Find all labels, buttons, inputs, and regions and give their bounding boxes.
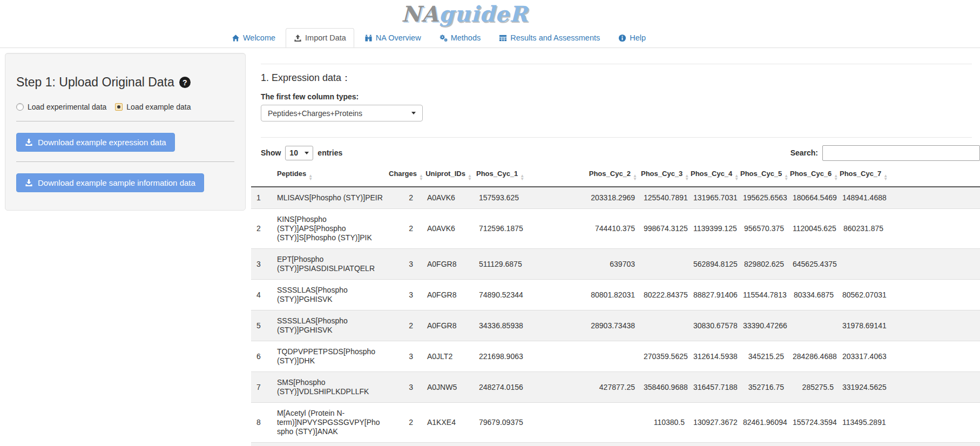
- tab-results-item: Results and Assessments: [491, 28, 608, 48]
- column-header-phos_cyc_6[interactable]: Phos_Cyc_6▲▼: [788, 164, 838, 187]
- value-cell: 358460.9688: [639, 372, 689, 403]
- value-cell: 312614.5938: [689, 341, 739, 372]
- table-row[interactable]: 1MLISAVS[Phospho (STY)]PEIR2A0AVK6157593…: [251, 187, 980, 209]
- column-header-label: Phos_Cyc_6: [790, 170, 832, 178]
- nav-tabbar: Welcome Import Data NA Overview: [0, 28, 980, 48]
- column-header-phos_cyc_5[interactable]: Phos_Cyc_5▲▼: [739, 164, 788, 187]
- column-header-phos_cyc_7[interactable]: Phos_Cyc_7▲▼: [838, 164, 888, 187]
- value-cell: 221698.9063: [475, 341, 522, 372]
- download-icon: [25, 179, 33, 187]
- download-sample-info-button[interactable]: Download example sample information data: [16, 173, 204, 192]
- tab-import-data[interactable]: Import Data: [286, 28, 354, 48]
- value-cell: 113495.2891: [838, 403, 888, 443]
- value-cell: 80222.84375: [639, 280, 689, 310]
- show-label: Show: [261, 148, 281, 157]
- sort-icon: ▲▼: [419, 174, 423, 181]
- value-cell: 157593.625: [475, 187, 522, 209]
- search-area: Search:: [790, 145, 980, 161]
- charge-cell: 3: [387, 249, 423, 280]
- value-cell: 860231.875: [838, 209, 888, 249]
- value-cell: 998674.3125: [639, 209, 689, 249]
- radio-icon-checked: [115, 103, 123, 111]
- table-body: 1MLISAVS[Phospho (STY)]PEIR2A0AVK6157593…: [251, 187, 980, 446]
- value-cell: 956570.375: [739, 209, 788, 249]
- charge-cell: 2: [387, 403, 423, 443]
- divider: [261, 137, 972, 138]
- gears-icon: [440, 34, 448, 42]
- naguider-app: NAguideR Welcome Import Data NA Overview: [0, 0, 980, 446]
- column-header-charges[interactable]: Charges▲▼: [387, 164, 423, 187]
- value-cell: 562894.8125: [689, 249, 739, 280]
- tab-help[interactable]: Help: [610, 28, 654, 48]
- filler-cell: [888, 341, 980, 372]
- uniprot-cell: A0AVK6: [423, 209, 475, 249]
- table-row[interactable]: 8M[Acetyl (Protein N-term)]NPVYSPGSSGVPY…: [251, 403, 980, 443]
- value-cell: 28903.73438: [522, 310, 639, 341]
- value-cell: 1139399.125: [689, 209, 739, 249]
- table-row[interactable]: 2KINS[Phospho (STY)]APS[Phospho (STY)]S[…: [251, 209, 980, 249]
- uniprot-cell: A0AVK6: [423, 187, 475, 209]
- page-length-select[interactable]: 10: [285, 146, 313, 160]
- value-cell: 645625.4375: [788, 249, 838, 280]
- value-cell: 195625.6563: [739, 187, 788, 209]
- sort-icon: ▲▼: [520, 174, 524, 181]
- column-header-label: Phos_Cyc_1: [476, 170, 518, 178]
- tab-import-data-item: Import Data: [286, 28, 354, 48]
- table-row[interactable]: 5SSSSLLAS[Phospho (STY)]PGHISVK2A0FGR834…: [251, 310, 980, 341]
- table-row[interactable]: 3EPT[Phospho (STY)]PSIASDISLPIATQELR3A0F…: [251, 249, 980, 280]
- column-header-label: Phos_Cyc_5: [740, 170, 782, 178]
- radio-load-experimental-data[interactable]: Load experimental data: [16, 103, 106, 111]
- tab-welcome[interactable]: Welcome: [224, 28, 283, 48]
- value-cell: 427877.25: [522, 372, 639, 403]
- column-header-phos_cyc_4[interactable]: Phos_Cyc_4▲▼: [689, 164, 739, 187]
- table-row[interactable]: 7SMS[Phospho (STY)]VDLSHIPLKDPLLFK3A0JNW…: [251, 372, 980, 403]
- filler-cell: [888, 372, 980, 403]
- value-cell: 345215.25: [739, 341, 788, 372]
- tab-methods[interactable]: Methods: [431, 28, 489, 48]
- column-header-phos_cyc_2[interactable]: Phos_Cyc_2▲▼: [522, 164, 639, 187]
- radio-load-example-data[interactable]: Load example data: [115, 103, 191, 111]
- sort-icon: ▲▼: [685, 174, 689, 181]
- value-cell: 131965.7031: [689, 187, 739, 209]
- search-input[interactable]: [822, 145, 980, 161]
- column-header-phos_cyc_1[interactable]: Phos_Cyc_1▲▼: [475, 164, 522, 187]
- button-label: Download example sample information data: [38, 178, 195, 187]
- column-header-label: Charges: [389, 170, 417, 178]
- table-row[interactable]: 6TQDPVPPETPSDS[Phospho (STY)]DHK3A0JLT22…: [251, 341, 980, 372]
- uniprot-cell: A0FGR8: [423, 249, 475, 280]
- download-expression-data-button[interactable]: Download example expression data: [16, 133, 175, 152]
- data-source-radio-group: Load experimental data Load example data: [16, 103, 234, 111]
- tab-methods-item: Methods: [431, 28, 489, 48]
- binoculars-icon: [364, 34, 373, 42]
- tab-results-and-assessments[interactable]: Results and Assessments: [491, 28, 608, 48]
- sort-icon: ▲▼: [883, 174, 888, 181]
- column-header-label: Uniprot_IDs: [425, 170, 465, 178]
- value-cell: 248274.0156: [475, 372, 522, 403]
- search-label: Search:: [790, 148, 818, 157]
- question-icon[interactable]: ?: [179, 77, 191, 88]
- table-row-partial[interactable]: [251, 443, 980, 446]
- entries-label: entries: [317, 148, 342, 157]
- value-cell: 1120045.625: [788, 209, 838, 249]
- radio-label: Load example data: [126, 103, 191, 111]
- table-row[interactable]: 4SSSSLLAS[Phospho (STY)]PGHISVK3A0FGR874…: [251, 280, 980, 310]
- radio-label: Load experimental data: [28, 103, 106, 111]
- uniprot-cell: A0JNW5: [423, 372, 475, 403]
- column-header-uniprot_ids[interactable]: Uniprot_IDs▲▼: [423, 164, 475, 187]
- peptide-cell: SSSSLLAS[Phospho (STY)]PGHISVK: [273, 310, 387, 341]
- chevron-down-icon: [305, 152, 309, 154]
- value-cell: [639, 310, 689, 341]
- row-index: 1: [251, 187, 273, 209]
- column-header-peptides[interactable]: Peptides▲▼: [273, 164, 387, 187]
- peptide-cell: SSSSLLAS[Phospho (STY)]PGHISVK: [273, 280, 387, 310]
- tab-na-overview[interactable]: NA Overview: [356, 28, 429, 48]
- column-types-select[interactable]: Peptides+Charges+Proteins: [261, 105, 423, 121]
- value-cell: 284286.4688: [788, 341, 838, 372]
- column-types-selected-value: Peptides+Charges+Proteins: [268, 109, 362, 118]
- button-label: Download example expression data: [38, 138, 166, 147]
- column-header-phos_cyc_3[interactable]: Phos_Cyc_3▲▼: [639, 164, 689, 187]
- value-cell: 34336.85938: [475, 310, 522, 341]
- value-cell: 79679.09375: [475, 403, 522, 443]
- value-cell: 125540.7891: [639, 187, 689, 209]
- tab-help-item: Help: [610, 28, 654, 48]
